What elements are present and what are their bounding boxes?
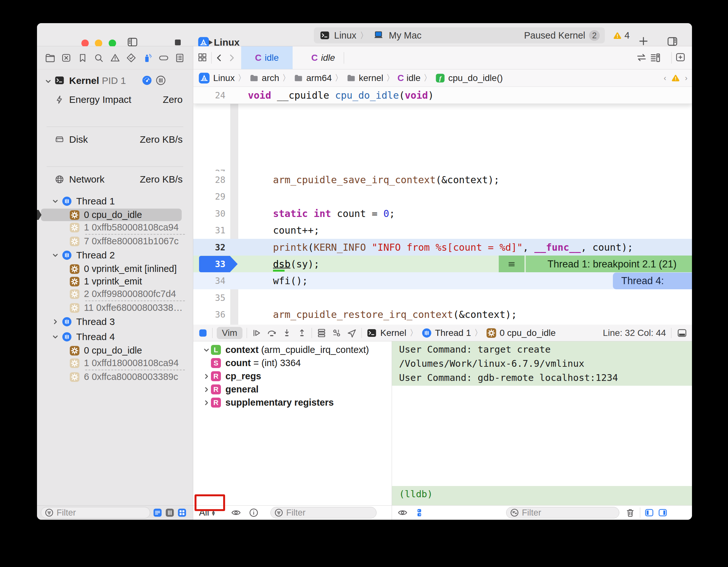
tab-idle-preview[interactable]: C idle <box>303 46 344 69</box>
thread-row[interactable]: Thread 4 <box>37 329 193 344</box>
console-view[interactable]: User Command: target create/Volumes/Work… <box>392 341 692 505</box>
thread-breakpoint-annotation[interactable]: Thread 1: breakpoint 2.1 (21) <box>526 256 692 273</box>
navigator-filter-input[interactable] <box>57 508 147 518</box>
debug-pane-divider[interactable] <box>392 341 392 520</box>
code-text[interactable]: static int count = 0; <box>273 205 395 222</box>
lldb-prompt[interactable]: (lldb) <box>399 489 433 499</box>
jumpbar-item-linux[interactable]: Linux <box>198 72 235 85</box>
stack-frame-row[interactable]: 6 0xffca80008003389c <box>37 370 193 383</box>
step-into-icon[interactable] <box>281 327 292 338</box>
quicklook-icon[interactable] <box>231 507 241 518</box>
code-line-28[interactable]: 28arm_cpuidle_save_irq_context(&context)… <box>193 171 692 188</box>
minimize-window-button[interactable] <box>95 40 102 47</box>
code-text[interactable]: arm_cpuidle_save_irq_context(&context); <box>273 171 499 188</box>
code-text[interactable]: arm_cpuidle_restore_irq_context(&context… <box>273 306 517 323</box>
eye-icon[interactable] <box>397 507 408 518</box>
simulate-location-icon[interactable] <box>346 327 357 338</box>
variable-row[interactable]: Lcontext (arm_cpuidle_irq_context) <box>193 343 392 356</box>
line-number[interactable]: 28 <box>193 171 225 188</box>
line-number[interactable]: 35 <box>193 289 225 306</box>
navigator-tab-xsquare-icon[interactable] <box>61 52 72 63</box>
variable-row[interactable]: Rcp_regs <box>193 370 392 383</box>
thread-row[interactable]: Thread 3 <box>37 314 193 329</box>
scheme-selector[interactable]: Linux 〉 My Mac Paused Kernel 2 <box>314 27 605 43</box>
chevron-down-icon[interactable] <box>51 251 59 260</box>
code-text[interactable]: wfi(); <box>273 272 308 289</box>
navigator-filter-field[interactable] <box>41 507 150 518</box>
jumpbar-item-cpu-do-idle--[interactable]: fcpu_do_idle() <box>435 73 503 84</box>
chevron-down-icon[interactable] <box>51 197 59 206</box>
stack-frame-row[interactable]: 1 vprintk_emit <box>37 275 193 288</box>
jumpbar-item-idle[interactable]: Cidle <box>397 73 421 83</box>
continue-execution-icon[interactable] <box>251 327 262 338</box>
show-console-pane-icon[interactable] <box>658 508 668 518</box>
stack-frame-row[interactable]: 11 0xffe68000800338… <box>37 301 193 314</box>
code-line-31[interactable]: 31count++; <box>193 222 692 239</box>
navigator-tab-doclist-icon[interactable] <box>174 52 185 63</box>
stack-frame-row[interactable]: 1 0xffb580008108ca94 <box>37 221 193 234</box>
thread-annotation-grip[interactable] <box>499 256 524 273</box>
variable-row[interactable]: Rsupplementary registers <box>193 396 392 409</box>
gauge-icon[interactable] <box>141 75 152 86</box>
close-window-button[interactable] <box>81 40 89 47</box>
show-variables-pane-icon[interactable] <box>644 508 654 518</box>
scheme-project[interactable]: Linux <box>334 30 356 41</box>
memory-graph-icon[interactable] <box>331 327 342 338</box>
chevron-right-icon[interactable] <box>51 317 59 326</box>
navigator-tab-capsule-icon[interactable] <box>158 52 169 63</box>
thread-row[interactable]: Thread 2 <box>37 248 193 263</box>
info-icon[interactable] <box>249 508 259 518</box>
navigator-tab-folder-icon[interactable] <box>45 52 56 63</box>
navigator-tab-checkdiamond-icon[interactable] <box>126 52 137 63</box>
navigator-tab-bookmark-icon[interactable] <box>77 52 88 63</box>
line-number[interactable]: 34 <box>193 272 225 289</box>
code-review-icon[interactable] <box>635 51 648 64</box>
previous-issue-icon[interactable]: ‹ <box>664 74 666 83</box>
code-line-33[interactable]: 33dsb(sy);Thread 1: breakpoint 2.1 (21) <box>193 256 692 273</box>
code-text[interactable]: dsb(sy); <box>273 256 320 273</box>
code-text[interactable]: printk(KERN_INFO "INFO from %s[count = %… <box>273 239 633 256</box>
vim-mode-button[interactable]: Vim <box>217 327 242 339</box>
cpu-usage-icon[interactable] <box>155 75 166 86</box>
variable-row[interactable]: Rgeneral <box>193 383 392 396</box>
code-editor[interactable]: 2728arm_cpuidle_save_irq_context(&contex… <box>193 87 692 325</box>
line-number[interactable]: 31 <box>193 222 225 239</box>
breakpoint-indicator[interactable]: 33 <box>199 256 238 272</box>
hide-debug-area-icon[interactable] <box>677 327 687 338</box>
debug-crumb-kernel[interactable]: Kernel <box>366 327 406 338</box>
chevron-right-icon[interactable] <box>202 385 211 394</box>
stack-frame-row[interactable]: 1 0xffd180008108ca94 <box>37 357 193 369</box>
jumpbar-item-kernel[interactable]: kernel <box>346 73 383 83</box>
variable-row[interactable]: Scount = (int) 3364 <box>193 356 392 370</box>
related-items-icon[interactable] <box>197 52 207 62</box>
step-out-icon[interactable] <box>296 327 307 338</box>
view-mode-2-icon[interactable] <box>165 508 175 517</box>
line-number[interactable]: 36 <box>193 306 225 323</box>
variables-filter-field[interactable] <box>270 507 377 518</box>
variables-filter-input[interactable] <box>286 508 373 518</box>
breakpoints-toggle-icon[interactable] <box>198 328 208 338</box>
console-filter-field[interactable] <box>506 507 619 518</box>
console-filter-input[interactable] <box>522 508 616 518</box>
chevron-right-icon[interactable] <box>202 398 211 407</box>
stack-frame-row[interactable]: 0 cpu_do_idle <box>37 344 193 357</box>
process-row[interactable]: Kernel PID 1 <box>37 74 193 88</box>
warning-icon[interactable] <box>671 74 680 83</box>
library-add-button[interactable] <box>638 35 649 47</box>
variables-scope-selector[interactable]: All ▲▼ <box>199 508 216 518</box>
navigator-tab-search-icon[interactable] <box>93 52 104 63</box>
line-number[interactable]: 27 <box>193 167 225 171</box>
debug-crumb-thread-1[interactable]: Thread 1 <box>421 327 471 338</box>
editor-layout-button[interactable] <box>666 35 679 48</box>
go-back-button[interactable] <box>214 52 224 64</box>
zoom-window-button[interactable] <box>109 40 116 47</box>
line-number[interactable]: 32 <box>193 239 225 256</box>
tab-idle[interactable]: C idle <box>241 46 293 69</box>
console-output-toggle-icon[interactable] <box>414 508 424 517</box>
view-debug-hierarchy-icon[interactable] <box>316 327 327 338</box>
view-mode-3-icon[interactable] <box>177 508 187 517</box>
chevron-down-icon[interactable] <box>202 346 211 354</box>
navigator-tab-spray-icon[interactable] <box>142 52 153 63</box>
thread-position-chip[interactable]: Thread 4: <box>613 273 692 289</box>
go-forward-button[interactable] <box>227 52 236 64</box>
